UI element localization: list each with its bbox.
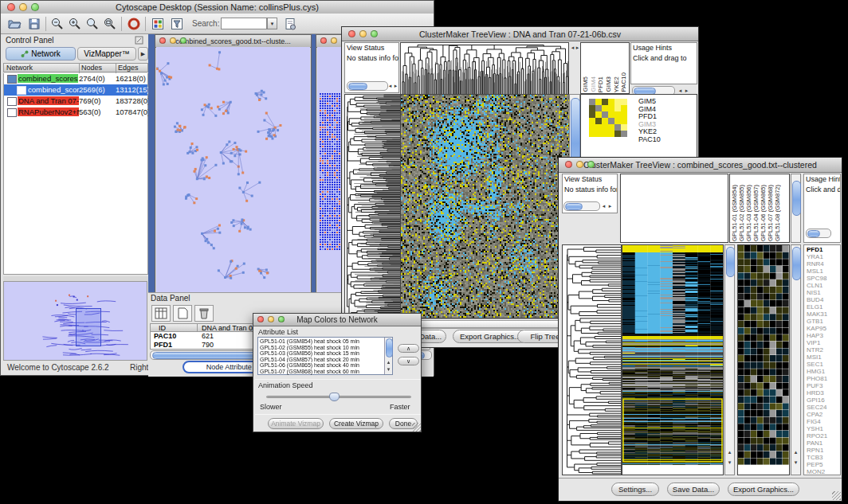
matrix-cell[interactable] xyxy=(614,118,621,124)
labels-vscrollbar[interactable] xyxy=(791,174,801,243)
matrix-cell[interactable] xyxy=(608,105,614,111)
search-dropdown-icon[interactable]: ▼ xyxy=(267,18,277,29)
matrix-cell[interactable] xyxy=(595,118,602,124)
birdseye-viewport-rect[interactable] xyxy=(76,308,101,346)
zoom-window-icon[interactable] xyxy=(371,30,378,37)
more-tabs-icon[interactable]: ▶ xyxy=(138,47,148,61)
delete-attribute-trash-icon[interactable] xyxy=(194,305,214,322)
attribute-list-item[interactable]: GPL51-01 (GSM854) heat shock 05 min xyxy=(260,338,383,345)
move-up-button[interactable]: ∧ xyxy=(398,344,419,353)
matrix-cell[interactable] xyxy=(621,99,627,105)
scroll-right-icon[interactable]: ▸ xyxy=(683,87,690,94)
slider-thumb[interactable] xyxy=(329,393,340,401)
matrix-cell[interactable] xyxy=(608,124,614,131)
minimize-icon[interactable] xyxy=(19,3,27,11)
matrix-cell[interactable] xyxy=(614,105,621,111)
matrix-cell[interactable] xyxy=(589,118,595,124)
resize-grip[interactable] xyxy=(412,423,421,432)
matrix-cell[interactable] xyxy=(608,111,614,118)
export-graphics-button[interactable]: Export Graphics... xyxy=(728,483,799,496)
attribute-list[interactable]: GPL51-01 (GSM854) heat shock 05 minGPL51… xyxy=(257,337,393,375)
close-icon[interactable] xyxy=(565,161,572,168)
zoom-heatmap-panel[interactable] xyxy=(737,244,790,475)
zoom-heatmap-canvas[interactable] xyxy=(738,245,789,465)
treeview1-title-bar[interactable]: ClusterMaker TreeView : DNA and Tran 07-… xyxy=(342,27,698,41)
scroll-down-icon[interactable]: ▾ xyxy=(726,459,733,466)
col-edges[interactable]: Edges xyxy=(118,64,139,72)
dialog-title-bar[interactable]: Map Colors to Network xyxy=(253,314,421,326)
zoom-window-icon[interactable] xyxy=(180,37,186,44)
row-dendrogram-canvas[interactable] xyxy=(562,244,622,475)
zoom-out-icon[interactable] xyxy=(50,17,65,31)
matrix-cell[interactable] xyxy=(621,124,627,131)
minimize-icon[interactable] xyxy=(359,30,367,37)
scroll-up-icon[interactable]: ▴ xyxy=(792,448,799,455)
close-icon[interactable] xyxy=(159,37,166,44)
float-panel-icon[interactable] xyxy=(135,36,143,45)
resize-grip[interactable] xyxy=(832,491,841,500)
scroll-right-icon[interactable]: ▸ xyxy=(607,202,614,209)
scrollbar-thumb[interactable] xyxy=(348,83,367,90)
create-vizmap-button[interactable]: Create Vizmap xyxy=(329,418,383,429)
zoom-window-icon[interactable] xyxy=(587,161,595,168)
scrollbar-thumb[interactable] xyxy=(403,320,564,328)
network-view-canvas[interactable] xyxy=(156,47,310,294)
matrix-cell[interactable] xyxy=(614,99,621,105)
help-lifering-icon[interactable] xyxy=(127,17,141,31)
matrix-cell[interactable] xyxy=(595,124,602,131)
vizmapper-icon[interactable] xyxy=(151,17,165,31)
minimize-icon[interactable] xyxy=(331,37,337,44)
treeview2-title-bar[interactable]: ClusterMaker TreeView : combined_scores_… xyxy=(559,158,842,173)
matrix-cell[interactable] xyxy=(608,99,614,105)
attribute-select-icon[interactable] xyxy=(151,305,171,322)
attribute-list-item[interactable]: GPL51-07 (GSM868) heat shock 60 min xyxy=(260,369,383,375)
table-row[interactable]: combined_scores2764(0)16218(0) xyxy=(4,73,147,84)
matrix-cell[interactable] xyxy=(602,111,608,118)
attribute-list-item[interactable]: GPL51-03 (GSM856) heat shock 15 min xyxy=(260,350,383,357)
close-icon[interactable] xyxy=(7,3,15,11)
zoom-window-icon[interactable] xyxy=(31,3,39,11)
global-heatmap-canvas[interactable] xyxy=(622,245,723,465)
matrix-cell[interactable] xyxy=(602,118,608,124)
heatmap-canvas[interactable] xyxy=(400,94,570,318)
matrix-cell[interactable] xyxy=(595,111,602,118)
global-heatmap-panel[interactable] xyxy=(622,244,724,475)
table-row[interactable]: combined_scores_good2569(6)13112(15) xyxy=(4,84,147,96)
status-hscrollbar[interactable] xyxy=(347,81,388,91)
list-vscrollbar[interactable]: ▴ ▾ xyxy=(384,338,392,374)
new-attribute-icon[interactable] xyxy=(173,305,192,322)
matrix-cell[interactable] xyxy=(602,99,608,105)
zoom-fit-icon[interactable] xyxy=(85,17,100,31)
col-network[interactable]: Network xyxy=(6,64,33,72)
matrix-cell[interactable] xyxy=(589,105,595,111)
scroll-down-icon[interactable]: ▾ xyxy=(385,365,392,373)
matrix-cell[interactable] xyxy=(595,105,602,111)
close-icon[interactable] xyxy=(348,30,355,37)
network-frame-1[interactable]: combined_scores_good.txt--cluste... xyxy=(155,34,312,295)
scrollbar-thumb[interactable] xyxy=(726,247,735,277)
matrix-cell[interactable] xyxy=(608,131,614,137)
matrix-cell[interactable] xyxy=(614,131,621,137)
scroll-down-icon[interactable]: ▾ xyxy=(792,459,799,466)
attribute-list-item[interactable]: GPL51-04 (GSM857) heat shock 20 min xyxy=(260,357,383,363)
scroll-up-icon[interactable]: ▴ xyxy=(385,358,392,365)
scrollbar-thumb[interactable] xyxy=(792,181,801,216)
save-data-button[interactable]: Save Data... xyxy=(667,483,720,496)
scrollbar-thumb[interactable] xyxy=(807,230,820,237)
attribute-list-item[interactable]: GPL51-02 (GSM855) heat shock 10 min xyxy=(260,345,383,351)
column-dendrogram-canvas[interactable] xyxy=(400,42,569,95)
annotation-doc-icon[interactable] xyxy=(283,17,297,31)
settings-button[interactable]: Settings... xyxy=(611,483,659,496)
tab-vizmapper[interactable]: VizMapper™ xyxy=(77,47,136,61)
birdseye-view[interactable] xyxy=(3,281,147,361)
scrollbar-thumb[interactable] xyxy=(565,203,583,210)
matrix-cell[interactable] xyxy=(621,111,627,118)
minimize-icon[interactable] xyxy=(268,316,274,322)
matrix-cell[interactable] xyxy=(602,105,608,111)
scrollbar-thumb[interactable] xyxy=(792,247,801,280)
row-dendrogram-canvas[interactable] xyxy=(344,94,401,318)
table-row[interactable]: DNA and Tran 07-21-06b769(0)183728(0) xyxy=(4,96,147,107)
main-title-bar[interactable]: Cytoscape Desktop (Session Name: collins… xyxy=(1,1,434,14)
matrix-cell[interactable] xyxy=(614,124,621,131)
matrix-cell[interactable] xyxy=(621,131,627,137)
